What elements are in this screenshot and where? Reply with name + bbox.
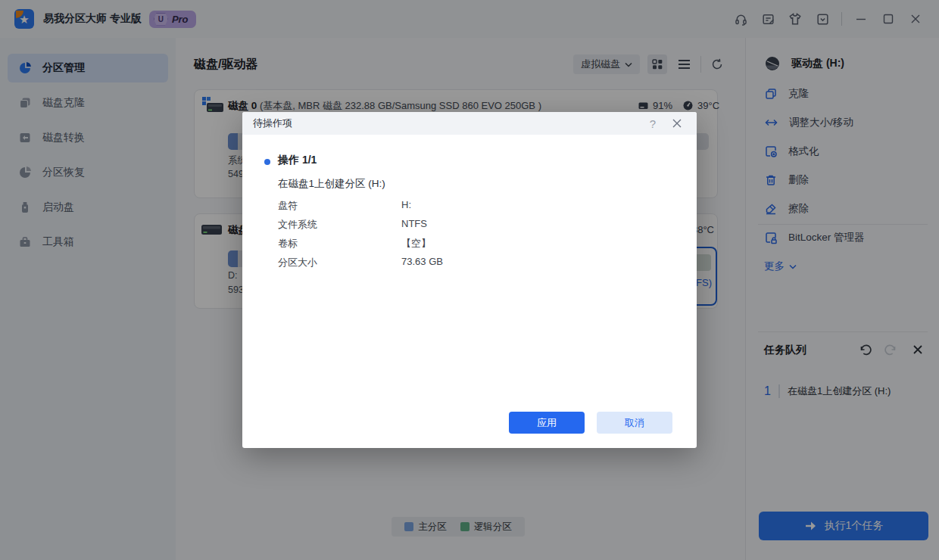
pending-operations-dialog: 待操作项 ? 操作 1/1 在磁盘1上创建分区 (H:) 盘符 H: 文件系统 … [242, 112, 697, 448]
operation-description: 在磁盘1上创建分区 (H:) [278, 177, 385, 191]
app-window: ★ 易我分区大师 专业版 U Pro [0, 0, 939, 560]
row-partition-size-value: 73.63 GB [401, 256, 443, 267]
operation-bullet [264, 159, 270, 165]
dialog-close-icon[interactable] [669, 116, 685, 131]
row-filesystem-value: NTFS [401, 218, 427, 229]
cancel-button[interactable]: 取消 [597, 412, 672, 434]
operation-title: 操作 1/1 [278, 154, 317, 167]
row-filesystem-label: 文件系统 [278, 218, 317, 232]
row-drive-letter-value: H: [401, 199, 411, 210]
dialog-title: 待操作项 [253, 117, 292, 130]
dialog-header: 待操作项 ? [242, 112, 697, 135]
row-partition-size-label: 分区大小 [278, 256, 317, 269]
row-volume-label-value: 【空】 [401, 237, 431, 250]
row-volume-label-label: 卷标 [278, 237, 298, 250]
help-icon[interactable]: ? [647, 117, 659, 130]
apply-button[interactable]: 应用 [509, 412, 585, 434]
row-drive-letter-label: 盘符 [278, 199, 298, 213]
